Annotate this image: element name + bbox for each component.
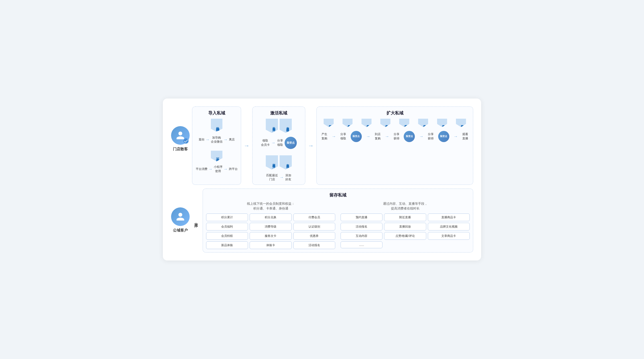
daoru-banner-gumai: 导购码 <box>211 119 223 132</box>
daoru-banner-row: 导购码 <box>195 119 238 132</box>
tag-hdbaom-left: 活动报名 <box>293 241 335 249</box>
tag-xfdj: 消费等级 <box>250 223 291 230</box>
step-jiujie: 逛街 <box>199 138 204 142</box>
avatar-platform <box>171 207 190 226</box>
daoru-platform-flow: 平台消费 → 小程序使用 → 跨平台 <box>195 165 238 173</box>
kuoda-banner-2: 推送促销单 <box>342 119 353 127</box>
tag-jfleij: 积分累计 <box>206 213 248 221</box>
liucun-section: 留存私域 线上线下统一的会员制度和权益：积分通、卡券通、身份通 积分累计 积分兑… <box>203 189 473 253</box>
crack-point-3: 裂变点 <box>404 131 415 142</box>
daoru-platform-banner: 平台卡券 <box>195 151 238 161</box>
liucun-left-col: 线上线下统一的会员制度和权益：积分通、卡券通、身份通 积分累计 积分兑换 付费会… <box>206 201 335 249</box>
tag-ellipsis: ...... <box>341 241 382 248</box>
step-add-wechat: 加导购企业微信 <box>211 136 223 144</box>
kuoda-banners: 拼团邀请 推送促销单 到店专属券 会员晋级 双倍积分 分销员招募 邀请入群 直播… <box>320 119 470 127</box>
jiahuo-spacer <box>256 151 302 155</box>
platform-label: 公域客户 <box>173 228 188 233</box>
liucun-tags-right: 预约直播 附近直播 直播商品卡 活动报名 直播回放 品牌文化视频 互动内容 点赞… <box>341 213 470 248</box>
main-card: 门店散客 公域客户 导入私域 导购码 <box>163 99 481 261</box>
tag-xpyt: 新品体验 <box>206 241 248 249</box>
jiahuo-coupon-banner: 专属优惠券 <box>280 119 292 133</box>
step-mini-use: 小程序使用 <box>214 165 223 173</box>
kuoda-step-3: 到店复购 <box>375 132 381 140</box>
tag-ppwh: 品牌文化视频 <box>428 223 470 230</box>
step-lidian: 离店 <box>229 138 235 142</box>
kuoda-banner-6: 分销员招募 <box>418 119 428 127</box>
step-platform-consume: 平台消费 <box>196 167 207 171</box>
tag-jfdh: 积分兑换 <box>250 213 291 221</box>
kuoda-banner-4: 会员晋级 <box>380 119 390 127</box>
crack-point-1: 裂变点 <box>285 137 297 149</box>
kuoda-step-5: 分享获得 <box>428 132 434 140</box>
avatar-store <box>171 126 190 145</box>
kuoda-title: 扩大私域 <box>320 110 470 116</box>
jiahuo-dedicated: 专属导购 <box>280 155 292 170</box>
jiahuo-mini-banner: 导购小程序 <box>266 119 278 133</box>
store-badge <box>183 138 189 144</box>
jiahuo-shop-mini: 商城小程序 <box>266 155 278 170</box>
daoru-spacer <box>195 145 238 151</box>
jiahuo-banners: 导购小程序 专属优惠券 <box>256 119 302 133</box>
conn-arrow-2: → <box>308 142 314 149</box>
left-personas: 门店散客 公域客户 <box>171 106 192 253</box>
daoru-gumai-banner: 导购码 <box>211 119 223 132</box>
daoru-store-flow: 逛街 → 加导购企业微信 → 离店 <box>195 136 238 144</box>
daoru-title: 导入私域 <box>195 110 238 116</box>
jiahuo-store-flow: 领取会员卡 → 分享领取 裂变点 <box>256 137 302 149</box>
jiahuo-platform-banners: 商城小程序 专属导购 <box>256 155 302 170</box>
liucun-content: 线上线下统一的会员制度和权益：积分通、卡券通、身份通 积分累计 积分兑换 付费会… <box>206 201 470 249</box>
tag-zbhf: 直播回放 <box>384 223 426 230</box>
tag-yhq: 优惠券 <box>293 232 335 240</box>
liucun-right-col: 通过内容、互动、直播等手段，提高消费者在线时长 预约直播 附近直播 直播商品卡 … <box>341 201 470 249</box>
conn-arrow-1: → <box>244 142 250 149</box>
kuoda-banner-1: 拼团邀请 <box>324 119 334 127</box>
tag-tyk: 体验卡 <box>250 241 291 249</box>
step-share-get: 分享领取 <box>277 139 283 147</box>
crack-point-2: 裂变点 <box>351 131 362 142</box>
step-lingqu-card: 领取会员卡 <box>261 139 270 147</box>
persona-platform: 公域客户 <box>171 207 190 233</box>
top-sections-row: 导入私域 导购码 逛街 → 加导购企业微信 → 离店 <box>192 106 473 185</box>
tag-zbspk: 直播商品卡 <box>428 213 470 221</box>
diagram-main: 导入私域 导购码 逛街 → 加导购企业微信 → 离店 <box>192 106 473 253</box>
kuoda-banner-7: 邀请入群 <box>437 119 447 127</box>
diagram: 门店散客 公域客户 导入私域 导购码 <box>171 106 473 253</box>
liucun-title: 留存私域 <box>206 193 470 198</box>
tag-hytq: 会员特权 <box>206 232 248 240</box>
store-label: 门店散客 <box>173 147 188 152</box>
step-match-store: 匹配最近门店 <box>266 173 278 182</box>
tag-hyfl: 会员福利 <box>206 223 248 230</box>
tag-wzspk: 文章商品卡 <box>428 232 470 240</box>
tag-yyzb: 预约直播 <box>341 213 382 221</box>
kuoda-step-1: 产生复购 <box>321 132 327 140</box>
tag-fwck: 服务次卡 <box>250 232 291 240</box>
tag-hdbaom: 活动报名 <box>341 223 382 230</box>
kuoda-step-4: 分享获得 <box>394 132 399 140</box>
step-add-friend: 添加好友 <box>285 173 291 182</box>
liucun-desc-right: 通过内容、互动、直播等手段，提高消费者在线时长 <box>341 201 470 211</box>
tag-fjzb: 附近直播 <box>384 213 426 221</box>
tag-hdnr: 互动内容 <box>341 232 382 240</box>
kuoda-step-2: 分享领取 <box>340 132 346 140</box>
kuoda-store-flow: 产生复购 → 分享领取 裂变点 → 到店复购 → 分享获得 裂变点 → 分享获得… <box>320 131 470 142</box>
tag-rzjb: 认证级别 <box>293 223 335 230</box>
bottom-row: 支撑 留存私域 线上线下统一的会员制度和权益：积分通、卡券通、身份通 积分累计 … <box>192 189 473 253</box>
platform-card-banner: 平台卡券 <box>211 151 223 161</box>
daoru-section: 导入私域 导购码 逛街 → 加导购企业微信 → 离店 <box>192 106 241 185</box>
tag-dzscp: 点赞/收藏/评论 <box>384 232 426 240</box>
kuoda-banner-3: 到店专属券 <box>362 119 372 127</box>
kuoda-section: 扩大私域 拼团邀请 推送促销单 到店专属券 会员晋级 双倍积分 分销员招募 邀请… <box>316 106 473 185</box>
support-label: 支撑 <box>192 189 200 253</box>
jiahuo-title: 激活私域 <box>256 110 302 116</box>
kuoda-banner-8: 直播预告 <box>456 119 466 127</box>
kuoda-step-6: 观看直播 <box>462 132 468 140</box>
liucun-desc-left: 线上线下统一的会员制度和权益：积分通、卡券通、身份通 <box>206 201 335 211</box>
liucun-tags-left: 积分累计 积分兑换 付费会员 会员福利 消费等级 认证级别 会员特权 服务次卡 … <box>206 213 335 249</box>
jiahuo-platform-flow: 匹配最近门店 → 添加好友 <box>256 173 302 182</box>
jiahuo-section: 激活私域 导购小程序 专属优惠券 领取会员卡 → 分享领取 裂变点 <box>252 106 305 185</box>
kuoda-banner-5: 双倍积分 <box>399 119 409 127</box>
step-cross-platform: 跨平台 <box>229 167 238 171</box>
tag-fhhy: 付费会员 <box>293 213 335 221</box>
persona-store: 门店散客 <box>171 126 190 152</box>
crack-point-4: 裂变点 <box>438 131 449 142</box>
